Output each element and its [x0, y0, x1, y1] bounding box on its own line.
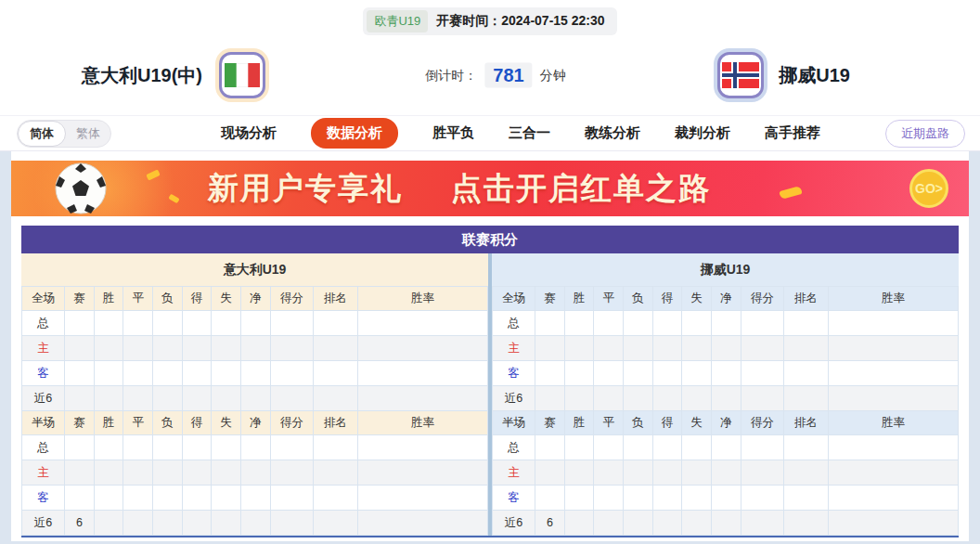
stat-cell: [153, 386, 183, 411]
stat-cell: [240, 361, 270, 386]
stat-cell: [240, 435, 270, 460]
stat-cell: [741, 361, 784, 386]
stat-cell: [784, 511, 829, 536]
stats-row: 主: [22, 460, 488, 486]
stat-cell: [828, 311, 958, 336]
tab-expert-picks[interactable]: 高手推荐: [765, 124, 820, 142]
tab-three-in-one[interactable]: 三合一: [509, 124, 550, 142]
go-button[interactable]: GO>: [909, 169, 948, 208]
team-section-title: 意大利U19: [21, 253, 488, 286]
stat-cell: [94, 511, 123, 536]
stats-row: 客: [493, 486, 959, 511]
stat-cell: [270, 511, 314, 536]
tab-data-analysis[interactable]: 数据分析: [311, 118, 398, 149]
analysis-tabs: 现场分析 数据分析 胜平负 三合一 教练分析 裁判分析 高手推荐: [221, 118, 820, 149]
column-header: 得分: [270, 287, 314, 311]
stat-cell: [711, 361, 741, 386]
banner-headline: 新用户专享礼 点击开启红单之路: [208, 168, 711, 210]
stat-cell: [240, 460, 270, 486]
row-label-away: 客: [493, 486, 535, 511]
stat-cell: 6: [535, 511, 565, 536]
row-label-away: 客: [493, 361, 535, 386]
row-label-total: 总: [493, 435, 535, 460]
column-header: 得: [182, 411, 212, 435]
banner-headline-right: 点击开启红单之路: [451, 168, 711, 210]
stat-cell: [153, 460, 183, 486]
main-content: 新用户专享礼 点击开启红单之路 GO> 联赛积分 意大利U19全场赛胜平负得失净…: [11, 151, 969, 541]
lang-traditional[interactable]: 繁体: [66, 122, 110, 146]
stat-cell: [182, 336, 212, 361]
stat-cell: [212, 336, 241, 361]
stat-cell: [153, 361, 183, 386]
stat-cell: [240, 311, 270, 336]
stat-cell: [652, 386, 682, 411]
stat-cell: [652, 311, 682, 336]
stat-cell: [65, 435, 95, 460]
column-header: 得: [652, 411, 682, 435]
stat-cell: [535, 361, 565, 386]
stat-cell: [624, 435, 653, 460]
stat-cell: [123, 361, 153, 386]
stats-row: 客: [22, 486, 488, 511]
stat-cell: [741, 336, 784, 361]
language-toggle[interactable]: 简体 繁体: [17, 120, 111, 148]
row-label-total: 总: [493, 311, 535, 336]
row-label-total: 总: [22, 311, 65, 336]
stat-cell: [123, 336, 153, 361]
kickoff-value: 2024-07-15 22:30: [501, 13, 604, 28]
stat-cell: [594, 435, 624, 460]
stat-cell: [357, 511, 487, 536]
stat-cell: [182, 386, 212, 411]
tab-referee-analysis[interactable]: 裁判分析: [675, 124, 730, 142]
stat-cell: [741, 511, 784, 536]
stats-row: 总: [22, 311, 488, 336]
stat-cell: [652, 336, 682, 361]
countdown-value: 781: [484, 63, 532, 88]
column-header: 胜率: [828, 411, 958, 435]
row-label-total: 总: [22, 435, 65, 460]
soccer-ball-icon: [54, 162, 108, 216]
stat-cell: [784, 336, 829, 361]
stat-cell: [65, 361, 95, 386]
row-label-away: 客: [22, 486, 65, 511]
stat-cell: [624, 361, 653, 386]
nav-bar: 简体 繁体 现场分析 数据分析 胜平负 三合一 教练分析 裁判分析 高手推荐 近…: [0, 115, 980, 151]
stat-cell: [240, 486, 270, 511]
stat-cell: [314, 311, 358, 336]
countdown-label: 倒计时：: [425, 67, 477, 84]
column-header: 净: [711, 287, 741, 311]
column-header: 净: [711, 411, 741, 435]
row-label-home: 主: [22, 336, 65, 361]
stat-cell: [182, 486, 212, 511]
stats-row: 近6: [22, 386, 488, 411]
row-label-home: 主: [493, 460, 535, 486]
stats-row: 总: [22, 435, 488, 460]
stat-cell: [652, 460, 682, 486]
stat-cell: [270, 486, 314, 511]
stats-row: 近66: [22, 511, 488, 536]
stat-cell: [314, 336, 358, 361]
recent-odds-button[interactable]: 近期盘路: [885, 120, 965, 148]
lang-simplified[interactable]: 简体: [18, 121, 66, 147]
stat-cell: [741, 311, 784, 336]
italy-flag-icon: [219, 52, 265, 98]
tab-coach-analysis[interactable]: 教练分析: [585, 124, 640, 142]
stat-cell: [65, 460, 95, 486]
stat-cell: [828, 361, 958, 386]
stat-cell: [682, 511, 712, 536]
column-header: 得: [182, 287, 212, 311]
stat-cell: [123, 386, 153, 411]
stat-cell: [65, 336, 95, 361]
column-header-row: 半场赛胜平负得失净得分排名胜率: [493, 411, 959, 435]
column-header: 胜率: [828, 287, 958, 311]
confetti-decor: [779, 186, 803, 200]
tab-live-analysis[interactable]: 现场分析: [221, 124, 277, 142]
stats-row: 总: [493, 435, 959, 460]
stat-cell: [564, 361, 594, 386]
stat-cell: [182, 511, 212, 536]
stat-cell: [828, 386, 958, 411]
stat-cell: [212, 486, 241, 511]
promo-banner[interactable]: 新用户专享礼 点击开启红单之路 GO>: [11, 161, 969, 216]
tab-win-draw-lose[interactable]: 胜平负: [432, 124, 474, 142]
column-header: 赛: [535, 411, 565, 435]
